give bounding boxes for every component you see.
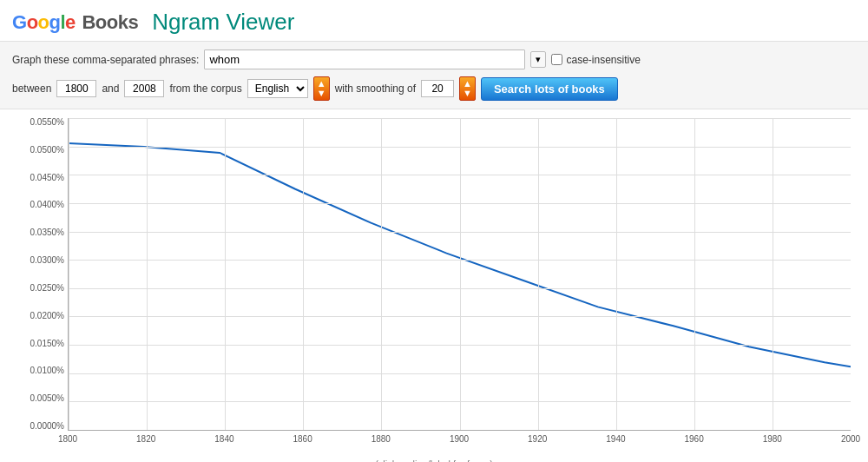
- phrase-label: Graph these comma-separated phrases:: [12, 54, 199, 66]
- x-axis-label: 1920: [528, 434, 547, 444]
- chart-area: 0.0550%0.0500%0.0450%0.0400%0.0350%0.030…: [0, 109, 868, 462]
- y-axis-label: 0.0400%: [30, 201, 64, 209]
- y-axis-label: 0.0250%: [30, 284, 64, 293]
- vertical-grid-line: [303, 118, 304, 430]
- x-axis: 1800182018401860188019001920194019601980…: [68, 431, 851, 457]
- vertical-grid-line: [694, 118, 695, 430]
- y-axis-label: 0.0050%: [30, 394, 64, 403]
- year-end-input[interactable]: [124, 80, 164, 97]
- logo-letter-o1: o: [27, 11, 38, 34]
- corpus-spinner[interactable]: ▲▼: [313, 76, 330, 101]
- corpus-label: from the corpus: [169, 82, 241, 95]
- controls-row1: Graph these comma-separated phrases: ▾ c…: [12, 45, 856, 73]
- vertical-grid-line: [460, 118, 461, 430]
- x-axis-label: 1960: [684, 434, 703, 444]
- phrase-input[interactable]: [204, 50, 525, 69]
- case-insensitive-label: case-insensitive: [551, 54, 640, 66]
- phrase-dropdown-button[interactable]: ▾: [530, 51, 546, 68]
- x-axis-label: 1900: [450, 434, 469, 444]
- smoothing-input[interactable]: [421, 80, 454, 97]
- x-axis-label: 1940: [606, 434, 625, 444]
- y-axis-label: 0.0300%: [30, 256, 64, 265]
- y-axis-label: 0.0100%: [30, 366, 64, 375]
- chart-container: 0.0550%0.0500%0.0450%0.0400%0.0350%0.030…: [17, 118, 851, 457]
- vertical-grid-line: [538, 118, 539, 430]
- vertical-grid-line: [147, 118, 148, 430]
- y-axis-label: 0.0450%: [30, 174, 64, 182]
- logo-books-text: Books: [77, 11, 138, 34]
- controls-row2: between and from the corpus English ▲▼ w…: [12, 73, 856, 105]
- case-insensitive-checkbox[interactable]: [551, 54, 562, 65]
- y-axis: 0.0550%0.0500%0.0450%0.0400%0.0350%0.030…: [17, 118, 68, 431]
- y-axis-label: 0.0500%: [30, 146, 64, 155]
- logo-letter-g: G: [12, 11, 27, 34]
- x-axis-label: 2000: [841, 434, 860, 444]
- corpus-select[interactable]: English: [247, 79, 308, 98]
- x-axis-label: 1820: [136, 434, 155, 444]
- google-books-logo: Google Books: [12, 11, 138, 34]
- y-axis-label: 0.0000%: [30, 422, 64, 431]
- x-axis-label: 1800: [58, 434, 77, 444]
- x-axis-label: 1880: [372, 434, 391, 444]
- vertical-grid-line: [381, 118, 382, 430]
- between-label: between: [12, 82, 51, 95]
- vertical-grid-line: [616, 118, 617, 430]
- y-axis-label: 0.0200%: [30, 312, 64, 320]
- controls-panel: Graph these comma-separated phrases: ▾ c…: [0, 41, 868, 109]
- logo-letter-o2: o: [38, 11, 49, 34]
- ngram-viewer-title: Ngram Viewer: [152, 9, 294, 36]
- logo-letter-g2: g: [49, 11, 61, 34]
- logo-letter-e: e: [65, 11, 76, 34]
- y-axis-label: 0.0550%: [30, 118, 64, 127]
- year-start-input[interactable]: [56, 80, 96, 97]
- search-button[interactable]: Search lots of books: [481, 77, 618, 101]
- smoothing-label: with smoothing of: [335, 82, 416, 95]
- x-axis-label: 1980: [763, 434, 782, 444]
- x-axis-label: 1860: [293, 434, 312, 444]
- x-axis-label: 1840: [214, 434, 233, 444]
- smoothing-spinner[interactable]: ▲▼: [459, 76, 476, 101]
- chart-body: whom: [68, 118, 851, 431]
- header: Google Books Ngram Viewer: [0, 0, 868, 41]
- vertical-grid-line: [773, 118, 773, 430]
- and-label: and: [102, 82, 119, 95]
- vertical-grid-line: [69, 118, 69, 430]
- vertical-grid-line: [225, 118, 226, 430]
- footer-note: (click on line/label for focus): [12, 457, 856, 462]
- y-axis-label: 0.0150%: [30, 340, 64, 348]
- y-axis-label: 0.0350%: [30, 228, 64, 237]
